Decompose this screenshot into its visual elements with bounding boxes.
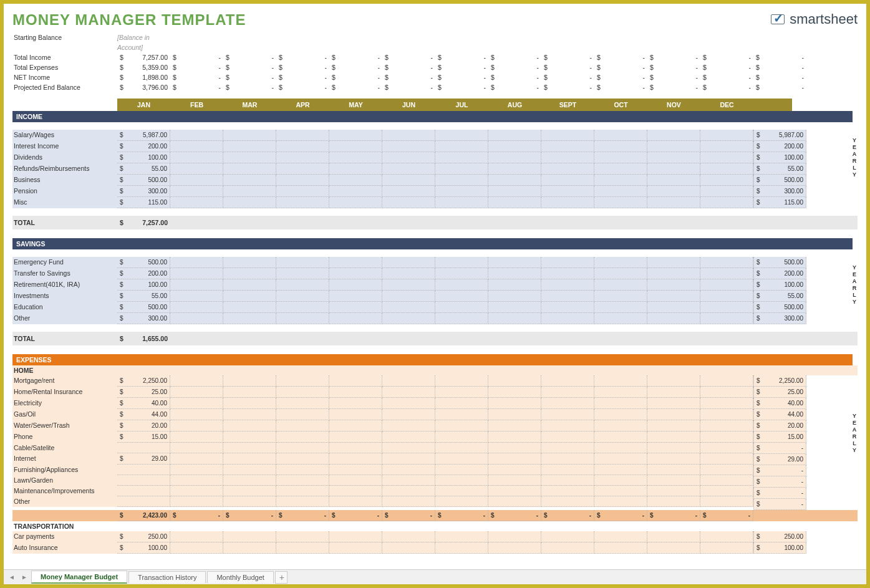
cell[interactable]: $40.00 xyxy=(117,398,170,409)
cell[interactable] xyxy=(223,302,276,313)
cell[interactable] xyxy=(170,542,223,554)
cell[interactable] xyxy=(647,496,700,507)
cell[interactable] xyxy=(329,375,382,387)
cell[interactable] xyxy=(329,486,382,496)
cell[interactable] xyxy=(170,197,223,208)
cell[interactable] xyxy=(382,431,435,443)
cell[interactable] xyxy=(382,279,435,291)
cell[interactable] xyxy=(382,197,435,208)
cell[interactable] xyxy=(647,431,700,443)
cell[interactable] xyxy=(435,186,488,197)
cell[interactable] xyxy=(541,279,594,291)
cell[interactable] xyxy=(700,141,753,152)
cell[interactable] xyxy=(329,268,382,279)
cell[interactable] xyxy=(223,387,276,398)
cell[interactable] xyxy=(170,302,223,313)
cell[interactable] xyxy=(647,291,700,302)
cell[interactable] xyxy=(700,152,753,163)
cell[interactable] xyxy=(541,475,594,486)
cell[interactable] xyxy=(276,257,329,268)
cell[interactable] xyxy=(594,398,647,409)
cell[interactable] xyxy=(223,279,276,291)
cell[interactable] xyxy=(276,387,329,398)
summary-cell[interactable]: $- xyxy=(541,82,594,92)
summary-cell[interactable]: $- xyxy=(541,52,594,62)
summary-cell[interactable]: $- xyxy=(382,72,435,82)
cell[interactable] xyxy=(276,475,329,486)
cell[interactable] xyxy=(170,257,223,268)
cell[interactable] xyxy=(541,175,594,186)
cell[interactable] xyxy=(541,313,594,324)
cell[interactable] xyxy=(488,465,541,475)
summary-cell[interactable]: $- xyxy=(753,52,806,62)
cell[interactable] xyxy=(647,443,700,453)
cell[interactable] xyxy=(647,375,700,387)
summary-cell[interactable]: $- xyxy=(488,52,541,62)
summary-cell[interactable]: $- xyxy=(329,72,382,82)
cell[interactable] xyxy=(435,141,488,152)
tab-nav-prev-icon[interactable]: ◄ xyxy=(6,572,17,583)
cell[interactable] xyxy=(382,186,435,197)
cell[interactable] xyxy=(382,291,435,302)
cell[interactable] xyxy=(594,302,647,313)
summary-cell[interactable]: $- xyxy=(541,72,594,82)
cell[interactable] xyxy=(276,279,329,291)
summary-cell[interactable]: $- xyxy=(223,82,276,92)
summary-cell[interactable]: $- xyxy=(329,52,382,62)
cell[interactable] xyxy=(435,420,488,431)
cell[interactable] xyxy=(382,496,435,507)
cell[interactable] xyxy=(382,443,435,453)
cell[interactable] xyxy=(435,130,488,141)
cell[interactable] xyxy=(435,465,488,475)
summary-cell[interactable]: $- xyxy=(594,82,647,92)
cell[interactable] xyxy=(170,465,223,475)
tab-nav-next-icon[interactable]: ► xyxy=(19,572,30,583)
summary-cell[interactable]: $- xyxy=(700,62,753,72)
cell[interactable] xyxy=(488,453,541,465)
tab-monthly-budget[interactable]: Monthly Budget xyxy=(207,571,273,583)
cell[interactable] xyxy=(223,475,276,486)
cell[interactable] xyxy=(276,542,329,554)
cell[interactable] xyxy=(488,486,541,496)
cell[interactable] xyxy=(382,175,435,186)
cell[interactable] xyxy=(382,387,435,398)
summary-cell[interactable]: $3,796.00 xyxy=(117,82,170,92)
cell[interactable] xyxy=(223,409,276,420)
cell[interactable] xyxy=(276,197,329,208)
cell[interactable] xyxy=(435,398,488,409)
cell[interactable] xyxy=(223,453,276,465)
summary-cell[interactable]: $5,359.00 xyxy=(117,62,170,72)
cell[interactable] xyxy=(435,257,488,268)
cell[interactable] xyxy=(223,257,276,268)
cell[interactable] xyxy=(382,313,435,324)
cell[interactable] xyxy=(594,453,647,465)
cell[interactable] xyxy=(223,313,276,324)
cell[interactable] xyxy=(382,152,435,163)
cell[interactable] xyxy=(700,302,753,313)
cell[interactable] xyxy=(541,257,594,268)
summary-cell[interactable]: $- xyxy=(435,82,488,92)
cell[interactable] xyxy=(223,197,276,208)
summary-cell[interactable]: $- xyxy=(382,82,435,92)
cell[interactable] xyxy=(647,257,700,268)
summary-cell[interactable]: $- xyxy=(647,72,700,82)
cell[interactable] xyxy=(541,268,594,279)
cell[interactable] xyxy=(223,542,276,554)
cell[interactable] xyxy=(700,420,753,431)
cell[interactable] xyxy=(488,398,541,409)
cell[interactable] xyxy=(223,496,276,507)
cell[interactable]: $200.00 xyxy=(117,141,170,152)
cell[interactable] xyxy=(541,163,594,175)
cell[interactable] xyxy=(541,302,594,313)
cell[interactable] xyxy=(435,409,488,420)
cell[interactable] xyxy=(382,257,435,268)
summary-cell[interactable]: $- xyxy=(594,52,647,62)
cell[interactable] xyxy=(435,453,488,465)
cell[interactable] xyxy=(170,496,223,507)
cell[interactable] xyxy=(488,291,541,302)
cell[interactable] xyxy=(700,496,753,507)
cell[interactable] xyxy=(170,431,223,443)
summary-cell[interactable]: $1,898.00 xyxy=(117,72,170,82)
cell[interactable] xyxy=(382,398,435,409)
summary-cell[interactable]: $- xyxy=(753,72,806,82)
